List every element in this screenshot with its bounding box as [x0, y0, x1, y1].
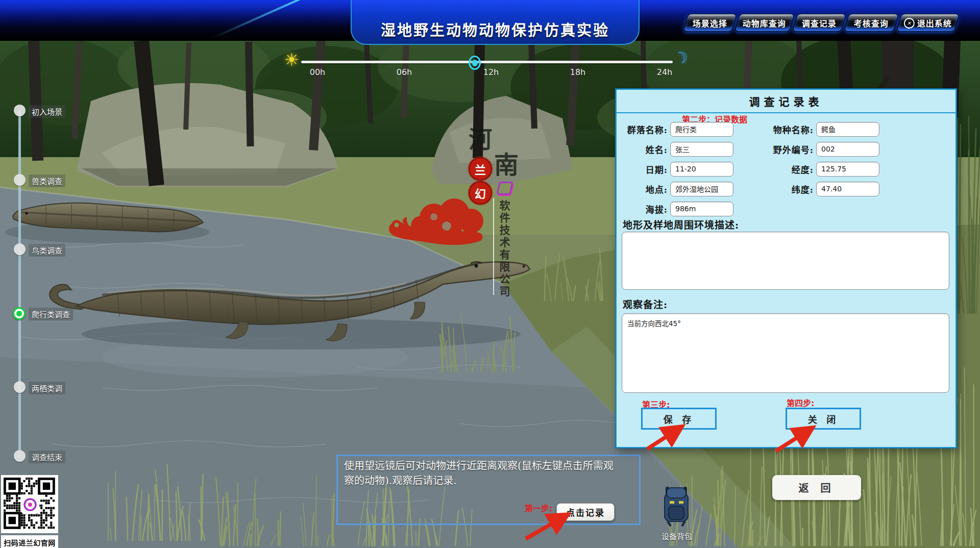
terrain-description-label: 地形及样地周围环境描述:	[623, 217, 739, 231]
species-name-input[interactable]: 鳄鱼	[816, 122, 879, 137]
step-node-enter-scene[interactable]	[14, 105, 26, 116]
step-label-mammal-survey[interactable]: 兽类调查	[29, 175, 65, 187]
time-track[interactable]	[301, 61, 673, 63]
seal-lan-text: 兰	[475, 161, 486, 177]
field-date: 日期: 11-20	[623, 161, 733, 177]
field-label: 海拔:	[623, 203, 668, 215]
location-input[interactable]: 郊外湿地公园	[670, 182, 733, 196]
backpack-label: 设备背包	[656, 531, 697, 541]
hour-label-12: 12h	[483, 67, 499, 77]
step-node-amphibian-survey[interactable]	[14, 381, 26, 393]
field-longitude: 经度: 125.75	[769, 161, 879, 177]
survey-record-panel: 调查记录表 第二步：记录数据 群落名称: 爬行类 物种名称: 鳄鱼 姓名: 张三…	[616, 89, 957, 448]
terrain-description-textarea[interactable]	[622, 232, 949, 290]
field-species-name: 物种名称: 鳄鱼	[769, 121, 879, 137]
watermark-char-nan: 南	[494, 145, 519, 181]
observation-notes-label: 观察备注:	[623, 297, 668, 311]
nav-scene-select-button[interactable]: 场景选择	[683, 14, 737, 32]
field-label: 经度:	[769, 163, 814, 176]
date-input[interactable]: 11-20	[670, 162, 733, 177]
field-label: 地点:	[623, 183, 668, 195]
name-input[interactable]: 张三	[670, 142, 733, 157]
field-name: 姓名: 张三	[623, 141, 733, 157]
step-label-enter-scene[interactable]: 初入场景	[29, 105, 65, 118]
circle-x-icon: ✕	[904, 17, 915, 28]
field-field-number: 野外编号: 002	[769, 141, 879, 157]
field-altitude: 海拔: 986m	[623, 201, 733, 216]
field-label: 群落名称:	[623, 123, 668, 136]
nav-label: 动物库查询	[743, 17, 786, 29]
step-node-mammal-survey[interactable]	[14, 174, 26, 186]
field-latitude: 纬度: 47.40	[769, 181, 879, 196]
nav-label: 场景选择	[693, 17, 727, 29]
progress-rail	[18, 110, 21, 456]
step-node-bird-survey[interactable]	[14, 243, 26, 255]
nav-label: 调查记录	[802, 17, 837, 29]
hour-label-00: 00h	[310, 67, 326, 77]
step-label-amphibian-survey[interactable]: 两栖类调	[29, 382, 65, 394]
qr-code-block: 扫码进兰幻官网	[1, 475, 58, 548]
seal-lan: 兰	[469, 157, 492, 181]
step-label-survey-end[interactable]: 调查结束	[29, 451, 65, 463]
watermark-company-text: 软件技术有限公司	[496, 200, 511, 302]
latitude-input[interactable]: 47.40	[816, 182, 879, 196]
lanhuan-logo-icon	[496, 182, 513, 195]
record-button[interactable]: 点击记录	[556, 503, 615, 521]
observation-notes-textarea[interactable]: 当前方向西北45°	[622, 313, 949, 393]
nav-animal-library-button[interactable]: 动物库查询	[734, 14, 795, 32]
step-label-reptile-survey[interactable]: 爬行类调查	[29, 308, 73, 320]
nav-exit-button[interactable]: ✕ 退出系统	[896, 14, 960, 32]
field-label: 野外编号:	[769, 143, 814, 156]
qr-code-image	[1, 475, 58, 533]
step-label-bird-survey[interactable]: 鸟类调查	[29, 244, 65, 257]
altitude-input[interactable]: 986m	[670, 202, 733, 216]
field-label: 纬度:	[769, 183, 814, 195]
watermark-char-he: 河	[469, 120, 492, 154]
backpack-icon[interactable]	[660, 484, 692, 529]
step-node-reptile-survey-active[interactable]	[13, 307, 26, 320]
back-button[interactable]: 返 回	[772, 475, 861, 500]
field-location: 地点: 郊外湿地公园	[623, 181, 733, 196]
panel-title: 调查记录表	[617, 90, 955, 113]
sun-icon: ☀	[284, 51, 299, 68]
nav-label: 考核查询	[854, 17, 889, 29]
field-community-name: 群落名称: 爬行类	[623, 121, 733, 137]
time-marker[interactable]	[469, 56, 481, 70]
nav-label: 退出系统	[917, 17, 952, 29]
community-name-input[interactable]: 爬行类	[670, 122, 733, 137]
field-label: 日期:	[623, 163, 668, 176]
field-number-input[interactable]: 002	[816, 142, 879, 157]
longitude-input[interactable]: 125.75	[816, 162, 879, 177]
nav-survey-record-button[interactable]: 调查记录	[792, 14, 846, 32]
step-node-survey-end[interactable]	[14, 450, 26, 462]
hour-label-18: 18h	[570, 67, 586, 77]
qr-caption: 扫码进兰幻官网	[1, 535, 58, 548]
field-label: 姓名:	[623, 143, 668, 156]
hour-label-06: 06h	[397, 67, 412, 77]
field-label: 物种名称:	[769, 123, 814, 136]
app-title: 湿地野生动物动物保护仿真实验	[381, 18, 609, 40]
title-panel: 湿地野生动物动物保护仿真实验	[351, 0, 640, 45]
step4-hint: 第四步:	[787, 396, 814, 409]
close-button[interactable]: 关 闭	[786, 408, 861, 430]
red-cloud-watermark	[385, 196, 498, 253]
hour-label-24: 24h	[657, 67, 673, 77]
instruction-text: 使用望远镜后可对动物进行近距离观察(鼠标左键点击所需观察的动物).观察后请记录.	[344, 459, 620, 488]
save-button[interactable]: 保 存	[641, 408, 717, 430]
step1-hint: 第一步:	[525, 502, 552, 514]
wetland-simulation-app: 河 南 兰 幻 软件技术有限公司 湿地野生动物动物保护仿真实验 场景选择 动物库…	[0, 0, 980, 548]
nav-assessment-button[interactable]: 考核查询	[844, 14, 899, 32]
